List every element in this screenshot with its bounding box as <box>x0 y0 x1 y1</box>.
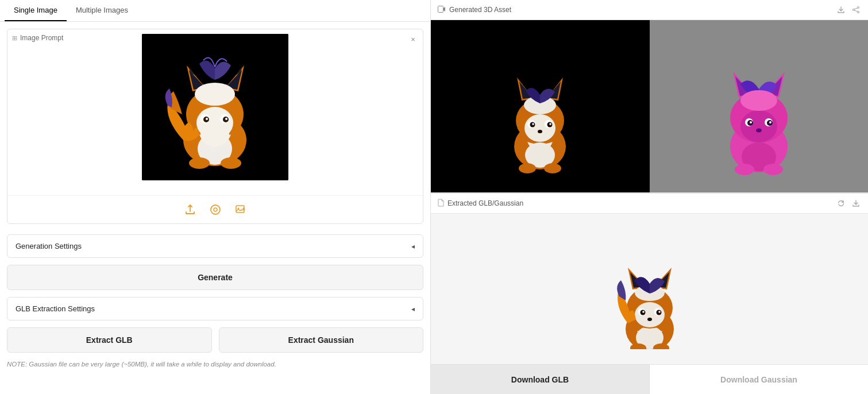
svg-point-82 <box>642 311 645 313</box>
download-row: Download GLB Download Gaussian <box>431 364 868 394</box>
svg-point-29 <box>853 9 855 11</box>
svg-point-22 <box>211 205 220 214</box>
tab-single-image[interactable]: Single Image <box>5 0 67 21</box>
settings-circle-icon[interactable] <box>207 202 223 218</box>
image-prompt-text: Image Prompt <box>20 34 63 42</box>
image-icon-small: ⊞ <box>12 34 17 42</box>
left-panel: Single Image Multiple Images ⊞ Image Pro… <box>0 0 431 394</box>
note-text: NOTE: Gaussian file can be very large (~… <box>7 361 423 368</box>
svg-point-34 <box>524 114 555 142</box>
upload-area[interactable]: ⊞ Image Prompt × <box>7 29 423 224</box>
header-left: Generated 3D Asset <box>438 6 511 14</box>
image-prompt-label: ⊞ Image Prompt <box>12 34 63 42</box>
glb-extraction-settings-row[interactable]: GLB Extraction Settings ◂ <box>7 297 423 320</box>
header-actions <box>836 5 861 15</box>
share-icon[interactable] <box>851 5 861 15</box>
svg-marker-77 <box>647 263 653 277</box>
extract-glb-button[interactable]: Extract GLB <box>7 327 212 353</box>
svg-point-23 <box>214 208 217 211</box>
extracted-header-left: Extracted GLB/Gaussian <box>438 199 523 208</box>
generated-3d-header: Generated 3D Asset <box>431 0 868 20</box>
svg-point-63 <box>750 121 752 123</box>
3d-view-left <box>431 20 650 192</box>
download-glb-button[interactable]: Download GLB <box>431 365 650 394</box>
svg-point-53 <box>740 110 777 142</box>
download-icon[interactable] <box>836 5 846 15</box>
svg-point-64 <box>769 121 771 123</box>
extracted-view <box>431 214 868 364</box>
svg-point-16 <box>206 118 208 120</box>
svg-point-58 <box>740 90 777 111</box>
upload-icon[interactable] <box>182 202 198 218</box>
image-add-icon[interactable] <box>233 202 249 218</box>
extracted-fox-illustration <box>598 229 701 349</box>
extracted-actions <box>836 198 861 208</box>
glb-settings-chevron: ◂ <box>411 305 415 313</box>
3d-view-right <box>650 20 869 192</box>
reset-icon[interactable] <box>836 198 846 208</box>
fox-3d-right <box>701 26 816 187</box>
uploaded-image <box>142 34 288 180</box>
video-icon <box>438 6 446 14</box>
svg-point-44 <box>532 123 534 125</box>
svg-point-71 <box>635 302 665 327</box>
generated-3d-section: Generated 3D Asset <box>431 0 868 193</box>
close-button[interactable]: × <box>407 33 419 45</box>
svg-point-47 <box>519 163 536 173</box>
file-icon <box>438 199 444 208</box>
svg-point-67 <box>763 164 783 175</box>
tabs-container: Single Image Multiple Images <box>0 0 430 22</box>
generate-button[interactable]: Generate <box>7 265 423 290</box>
fox-3d-left <box>483 26 597 187</box>
glb-extraction-settings-label: GLB Extraction Settings <box>16 304 95 313</box>
svg-point-28 <box>858 11 859 13</box>
tab-multiple-images[interactable]: Multiple Images <box>67 0 137 21</box>
svg-rect-26 <box>438 6 443 12</box>
image-container <box>7 29 423 180</box>
extract-buttons: Extract GLB Extract Gaussian <box>7 327 423 353</box>
svg-point-46 <box>538 130 542 133</box>
upload-toolbar <box>7 195 423 223</box>
svg-point-83 <box>658 311 661 313</box>
extracted-label: Extracted GLB/Gaussian <box>447 199 523 207</box>
svg-point-45 <box>549 123 551 125</box>
extracted-header: Extracted GLB/Gaussian <box>431 193 868 214</box>
fox-illustration <box>142 34 288 180</box>
3d-view-container <box>431 20 868 192</box>
svg-point-21 <box>221 157 241 169</box>
generation-settings-chevron: ◂ <box>411 242 415 250</box>
download-gaussian-button[interactable]: Download Gaussian <box>650 365 868 394</box>
download-extracted-icon[interactable] <box>851 198 861 208</box>
generation-settings-row[interactable]: Generation Settings ◂ <box>7 234 423 258</box>
generation-settings-label: Generation Settings <box>16 242 82 250</box>
svg-point-17 <box>225 118 227 120</box>
svg-point-20 <box>189 157 210 169</box>
right-panel: Generated 3D Asset <box>431 0 868 394</box>
svg-point-11 <box>195 83 235 106</box>
extract-gaussian-button[interactable]: Extract Gaussian <box>219 327 424 353</box>
svg-point-27 <box>858 7 859 9</box>
generated-3d-label: Generated 3D Asset <box>449 6 511 14</box>
svg-point-66 <box>735 164 754 175</box>
svg-point-65 <box>756 129 762 133</box>
svg-point-48 <box>544 163 561 173</box>
extracted-section: Extracted GLB/Gaussian <box>431 193 868 364</box>
svg-point-84 <box>647 318 652 321</box>
